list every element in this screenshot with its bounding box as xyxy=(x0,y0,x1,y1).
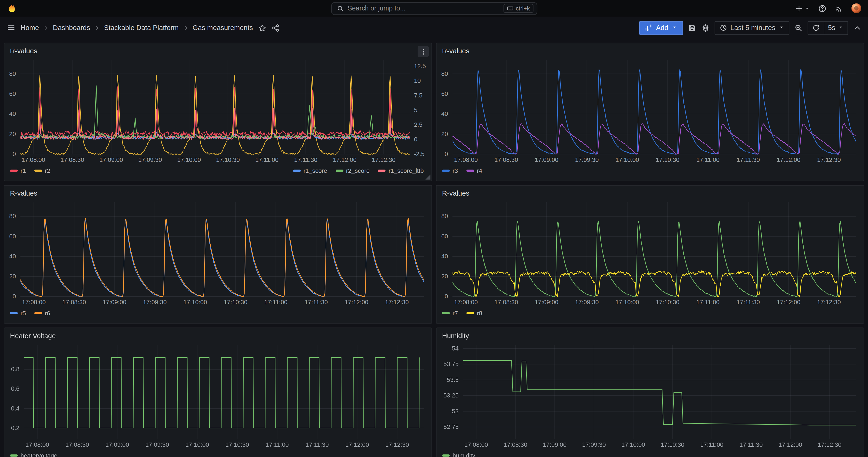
plus-icon xyxy=(795,4,803,12)
top-navigation-bar: Search or jump to... ctrl+k xyxy=(0,0,868,17)
x-tick-label: 17:08:00 xyxy=(454,299,478,306)
breadcrumb-dashboards[interactable]: Dashboards xyxy=(53,24,90,31)
legend-label: heatervoltage xyxy=(21,452,57,457)
time-range-picker[interactable]: Last 5 minutes xyxy=(714,21,789,35)
search-bar[interactable]: Search or jump to... ctrl+k xyxy=(331,2,537,14)
series-r5 xyxy=(21,220,424,297)
x-tick-label: 17:12:00 xyxy=(778,441,802,448)
grafana-app: Search or jump to... ctrl+k xyxy=(0,0,868,457)
chart-r-values-2: 02040608017:08:0017:08:3017:09:0017:09:3… xyxy=(437,57,864,165)
legend-label: r2_score xyxy=(346,167,370,174)
x-tick-label: 17:08:00 xyxy=(464,441,488,448)
legend-item-r2[interactable]: r2 xyxy=(34,167,50,174)
y2-tick-label: 12.5 xyxy=(414,63,426,69)
x-tick-label: 17:11:30 xyxy=(737,299,760,306)
panel-r-values-1: R-values 020406080-2.502.557.51012.517:0… xyxy=(4,42,432,181)
legend-item-r1_score[interactable]: r1_score xyxy=(293,167,327,174)
x-tick-label: 17:10:30 xyxy=(656,156,680,163)
legend-swatch xyxy=(34,312,42,314)
panel-title[interactable]: R-values xyxy=(442,189,470,197)
chart-humidity: 52.755353.2553.553.755417:08:0017:08:301… xyxy=(437,341,864,450)
x-tick-label: 17:09:00 xyxy=(99,156,123,163)
grafana-logo-icon[interactable] xyxy=(7,3,17,13)
x-tick-label: 17:10:00 xyxy=(615,299,639,306)
y-tick-label: 80 xyxy=(9,70,16,77)
panel-menu-button[interactable] xyxy=(418,46,429,57)
legend-item-r4[interactable]: r4 xyxy=(466,167,482,174)
x-tick-label: 17:11:00 xyxy=(255,156,278,163)
chevron-right-icon xyxy=(94,25,100,31)
breadcrumb-dashboard-title[interactable]: Gas measurements xyxy=(192,24,253,31)
legend-item-heatervoltage[interactable]: heatervoltage xyxy=(10,452,57,457)
legend-swatch xyxy=(442,312,450,314)
user-avatar[interactable] xyxy=(851,3,862,13)
x-tick-label: 17:10:30 xyxy=(224,299,247,306)
y-tick-label: 80 xyxy=(441,70,448,77)
collapse-toolbar-button[interactable] xyxy=(853,24,862,32)
legend-item-humidity[interactable]: humidity xyxy=(442,452,475,457)
search-placeholder: Search or jump to... xyxy=(347,4,500,12)
y-tick-label: 20 xyxy=(441,130,448,138)
panel-legend: r7r8 xyxy=(437,308,864,323)
grid-lines xyxy=(24,345,424,439)
share-button[interactable] xyxy=(271,24,280,32)
save-dashboard-button[interactable] xyxy=(688,24,696,32)
refresh-picker: 5s xyxy=(808,21,848,35)
legend-item-r1[interactable]: r1 xyxy=(10,167,26,174)
news-button[interactable] xyxy=(835,4,843,12)
legend-item-r1_score_lttb[interactable]: r1_score_lttb xyxy=(378,167,424,174)
legend-item-r8[interactable]: r8 xyxy=(466,310,482,316)
breadcrumb-folder[interactable]: Stackable Data Platform xyxy=(104,24,179,31)
x-tick-label: 17:12:00 xyxy=(777,156,800,163)
x-tick-label: 17:09:30 xyxy=(582,441,606,448)
dashboard-settings-button[interactable] xyxy=(701,24,710,32)
favorite-star-button[interactable] xyxy=(258,24,267,32)
x-tick-label: 17:10:00 xyxy=(621,441,645,448)
add-new-button[interactable] xyxy=(795,3,810,13)
panel-r-values-4: R-values 02040608017:08:0017:08:3017:09:… xyxy=(436,185,864,324)
y2-tick-label: 7.5 xyxy=(414,92,423,99)
x-tick-label: 17:08:30 xyxy=(494,299,518,306)
breadcrumb-home[interactable]: Home xyxy=(21,24,39,31)
panel-title[interactable]: Heater Voltage xyxy=(10,332,56,339)
y-tick-label: 20 xyxy=(441,273,448,280)
x-tick-label: 17:12:30 xyxy=(385,299,409,306)
legend-swatch xyxy=(442,170,450,172)
panel-header: R-values xyxy=(437,186,864,199)
legend-item-r2_score[interactable]: r2_score xyxy=(335,167,370,174)
y-tick-label: 60 xyxy=(9,90,16,97)
refresh-button[interactable] xyxy=(808,21,824,34)
panel-title[interactable]: R-values xyxy=(442,47,470,54)
y-tick-label: 0 xyxy=(12,150,16,157)
x-tick-label: 17:10:00 xyxy=(177,156,201,163)
help-button[interactable] xyxy=(818,4,827,12)
panel-title[interactable]: Humidity xyxy=(442,332,469,339)
add-button[interactable]: Add xyxy=(639,21,682,35)
menu-toggle-button[interactable] xyxy=(7,23,16,32)
caret-down-icon xyxy=(804,3,810,13)
panel-resize-handle[interactable] xyxy=(425,175,430,180)
legend-label: r1_score xyxy=(303,167,327,174)
legend-swatch xyxy=(466,170,474,172)
legend-label: r3 xyxy=(453,167,458,174)
x-tick-label: 17:12:00 xyxy=(333,156,356,163)
panel-title[interactable]: R-values xyxy=(10,47,37,54)
panel-title[interactable]: R-values xyxy=(10,189,37,197)
y-tick-label: 40 xyxy=(441,253,448,260)
zoom-out-button[interactable] xyxy=(794,24,803,32)
panel-header: Humidity xyxy=(437,328,864,341)
caret-down-icon xyxy=(779,24,784,31)
legend-item-r7[interactable]: r7 xyxy=(442,310,458,316)
legend-swatch xyxy=(378,170,386,172)
legend-item-r6[interactable]: r6 xyxy=(34,310,50,316)
x-tick-label: 17:10:30 xyxy=(216,156,240,163)
series-lines xyxy=(453,221,856,297)
legend-swatch xyxy=(442,454,450,457)
legend-item-r3[interactable]: r3 xyxy=(442,167,458,174)
topbar-actions xyxy=(795,3,861,13)
legend-item-r5[interactable]: r5 xyxy=(10,310,26,316)
legend-swatch xyxy=(34,170,42,172)
x-tick-label: 17:09:00 xyxy=(543,441,566,448)
y2-tick-label: -2.5 xyxy=(414,150,425,157)
refresh-interval-picker[interactable]: 5s xyxy=(824,21,847,34)
